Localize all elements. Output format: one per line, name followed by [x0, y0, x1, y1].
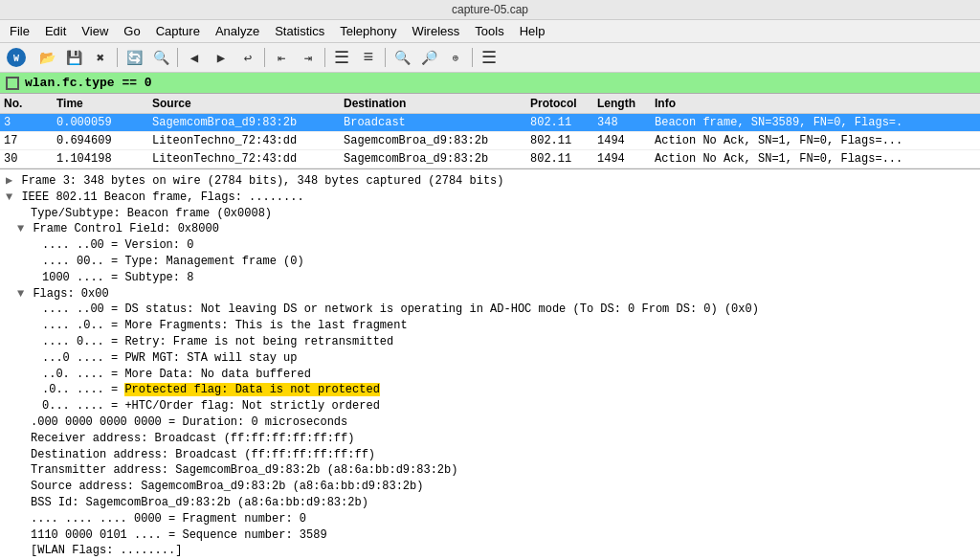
- detail-line: ...0 .... = PWR MGT: STA will stay up: [6, 350, 974, 367]
- wireshark-logo-icon: W: [6, 47, 27, 68]
- detail-line: 1000 .... = Subtype: 8: [6, 270, 974, 286]
- pkt-no: 3: [0, 115, 53, 130]
- toolbar-color1-btn[interactable]: ☰: [329, 45, 354, 70]
- toolbar-sep6: [472, 48, 473, 67]
- pkt-info: Beacon frame, SN=3589, FN=0, Flags=.: [651, 115, 980, 130]
- toolbar-sep1: [117, 48, 118, 67]
- header-length: Length: [593, 96, 651, 111]
- toolbar-zoom-fit-btn[interactable]: ⊕: [443, 45, 468, 70]
- pkt-len: 1494: [593, 151, 651, 167]
- menu-item-go[interactable]: Go: [118, 22, 145, 40]
- packet-row[interactable]: 3 0.000059 SagemcomBroa_d9:83:2b Broadca…: [0, 114, 980, 132]
- pkt-len: 348: [593, 115, 651, 130]
- header-info: Info: [651, 96, 980, 111]
- packet-list-header: No. Time Source Destination Protocol Len…: [0, 94, 980, 114]
- pkt-proto: 802.11: [526, 151, 593, 167]
- tree-arrow-icon[interactable]: ▶: [6, 174, 19, 188]
- menu-item-statistics[interactable]: Statistics: [269, 22, 330, 40]
- pkt-time: 0.694609: [53, 133, 148, 148]
- detail-line: Type/Subtype: Beacon frame (0x0008): [6, 206, 974, 222]
- pkt-dst: SagemcomBroa_d9:83:2b: [340, 133, 526, 148]
- toolbar-next-btn[interactable]: ▶: [209, 45, 234, 70]
- menu-item-wireless[interactable]: Wireless: [406, 22, 465, 40]
- toolbar-last-btn[interactable]: ⇥: [296, 45, 321, 70]
- header-no: No.: [0, 96, 53, 111]
- pkt-no: 17: [0, 133, 53, 148]
- packet-row[interactable]: 17 0.694609 LiteonTechno_72:43:dd Sagemc…: [0, 132, 980, 150]
- header-destination: Destination: [340, 96, 526, 111]
- detail-line: .... 0... = Retry: Frame is not being re…: [6, 334, 974, 350]
- menu-item-capture[interactable]: Capture: [150, 22, 206, 40]
- menu-item-analyze[interactable]: Analyze: [210, 22, 265, 40]
- toolbar-close-btn[interactable]: ✖: [88, 45, 113, 70]
- pkt-time: 0.000059: [53, 115, 148, 130]
- toolbar-zoom-out-btn[interactable]: 🔎: [416, 45, 441, 70]
- tree-arrow-icon[interactable]: ▼: [17, 287, 31, 301]
- toolbar-layout-btn[interactable]: ☰: [477, 45, 501, 70]
- menu-item-help[interactable]: Help: [514, 22, 551, 40]
- toolbar-color2-btn[interactable]: ≡: [356, 45, 381, 70]
- pkt-len: 1494: [593, 133, 651, 148]
- pkt-proto: 802.11: [526, 115, 593, 130]
- detail-line: BSS Id: SagemcomBroa_d9:83:2b (a8:6a:bb:…: [6, 495, 974, 511]
- menu-item-file[interactable]: File: [4, 22, 35, 40]
- toolbar-zoom-in-btn[interactable]: 🔍: [390, 45, 414, 70]
- toolbar-open-btn[interactable]: 📂: [34, 45, 59, 70]
- pkt-no: 30: [0, 151, 53, 167]
- packet-rows-container: 3 0.000059 SagemcomBroa_d9:83:2b Broadca…: [0, 114, 980, 168]
- detail-line: 0... .... = +HTC/Order flag: Not strictl…: [6, 398, 974, 414]
- pkt-dst: SagemcomBroa_d9:83:2b: [340, 151, 526, 167]
- toolbar-save-btn[interactable]: 💾: [61, 45, 86, 70]
- detail-line: ▼ Frame Control Field: 0x8000: [6, 221, 974, 237]
- packet-list: No. Time Source Destination Protocol Len…: [0, 94, 980, 169]
- pkt-info: Action No Ack, SN=1, FN=0, Flags=...: [651, 133, 980, 148]
- detail-line: ▼ Flags: 0x00: [6, 286, 974, 302]
- detail-lines-container: ▶ Frame 3: 348 bytes on wire (2784 bits)…: [6, 173, 974, 560]
- tree-arrow-icon[interactable]: ▼: [17, 222, 31, 235]
- pkt-dst: Broadcast: [340, 115, 526, 130]
- detail-line: Source address: SagemcomBroa_d9:83:2b (a…: [6, 479, 974, 495]
- menu-item-view[interactable]: View: [76, 22, 114, 40]
- detail-line: .... 00.. = Type: Management frame (0): [6, 254, 974, 270]
- toolbar-jump-btn[interactable]: ↩: [235, 45, 260, 70]
- detail-line: Receiver address: Broadcast (ff:ff:ff:ff…: [6, 431, 974, 447]
- detail-line: Transmitter address: SagemcomBroa_d9:83:…: [6, 462, 974, 479]
- menu-item-telephony[interactable]: Telephony: [334, 22, 402, 40]
- detail-line: Destination address: Broadcast (ff:ff:ff…: [6, 447, 974, 463]
- highlighted-value: Protected flag: Data is not protected: [124, 383, 379, 396]
- toolbar-reload-btn[interactable]: 🔄: [122, 45, 146, 70]
- detail-line: 1110 0000 0101 .... = Sequence number: 3…: [6, 527, 974, 544]
- toolbar-prev-btn[interactable]: ◀: [182, 45, 207, 70]
- detail-line: ..0. .... = More Data: No data buffered: [6, 367, 974, 383]
- menu-item-edit[interactable]: Edit: [39, 22, 72, 40]
- toolbar-sep3: [264, 48, 265, 67]
- toolbar: W 📂 💾 ✖ 🔄 🔍 ◀ ▶ ↩ ⇤ ⇥ ☰ ≡ 🔍 🔎 ⊕ ☰: [0, 43, 980, 73]
- header-protocol: Protocol: [526, 96, 593, 111]
- toolbar-sep4: [324, 48, 325, 67]
- toolbar-sep5: [385, 48, 386, 67]
- pkt-src: LiteonTechno_72:43:dd: [148, 133, 340, 148]
- svg-text:W: W: [13, 54, 19, 64]
- detail-pane: ▶ Frame 3: 348 bytes on wire (2784 bits)…: [0, 169, 980, 560]
- detail-line: .... ..00 = Version: 0: [6, 237, 974, 254]
- pkt-proto: 802.11: [526, 133, 593, 148]
- filter-bar: wlan.fc.type == 0: [0, 73, 980, 94]
- toolbar-first-btn[interactable]: ⇤: [269, 45, 294, 70]
- detail-line: .... .... .... 0000 = Fragment number: 0: [6, 511, 974, 527]
- detail-line: ▶ Frame 3: 348 bytes on wire (2784 bits)…: [6, 173, 974, 190]
- menu-bar: FileEditViewGoCaptureAnalyzeStatisticsTe…: [0, 20, 980, 43]
- packet-row[interactable]: 30 1.104198 LiteonTechno_72:43:dd Sagemc…: [0, 150, 980, 168]
- toolbar-sep2: [177, 48, 178, 67]
- detail-line: [WLAN Flags: ........]: [6, 543, 974, 559]
- detail-line: .000 0000 0000 0000 = Duration: 0 micros…: [6, 414, 974, 431]
- header-source: Source: [148, 96, 340, 111]
- filter-icon: [6, 77, 19, 90]
- pkt-src: LiteonTechno_72:43:dd: [148, 151, 340, 167]
- pkt-src: SagemcomBroa_d9:83:2b: [148, 115, 340, 130]
- menu-item-tools[interactable]: Tools: [469, 22, 509, 40]
- detail-line: .... .0.. = More Fragments: This is the …: [6, 318, 974, 334]
- tree-arrow-icon[interactable]: ▼: [6, 190, 19, 204]
- title-text: capture-05.cap: [452, 3, 528, 16]
- title-bar: capture-05.cap: [0, 0, 980, 20]
- toolbar-find-btn[interactable]: 🔍: [148, 45, 173, 70]
